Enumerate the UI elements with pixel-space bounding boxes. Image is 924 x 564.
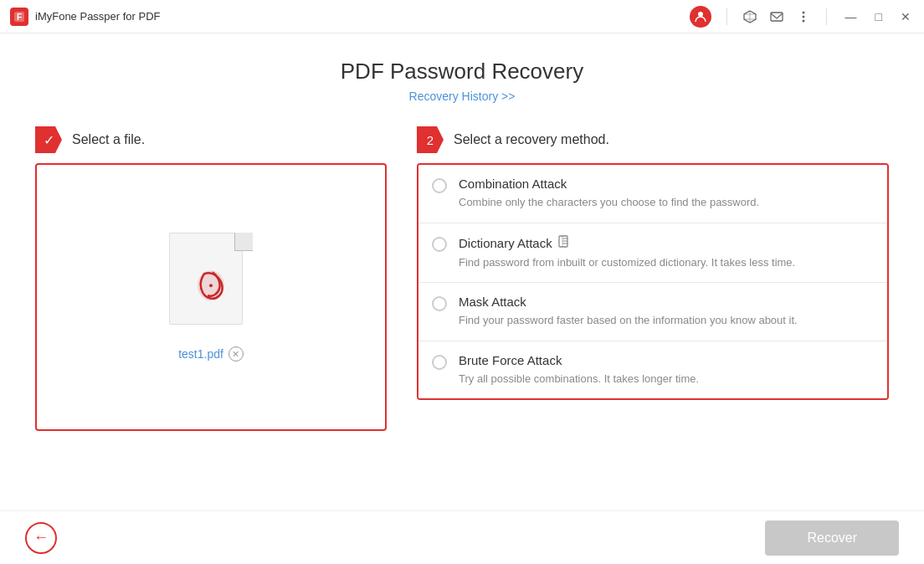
- titlebar-controls: — □ ✕: [690, 6, 914, 28]
- svg-point-8: [209, 284, 213, 287]
- separator2: [826, 8, 827, 25]
- main-content: PDF Password Recovery Recovery History >…: [0, 33, 924, 448]
- svg-point-4: [802, 11, 804, 13]
- method-info-dictionary: Dictionary Attack Find password from inb…: [459, 235, 874, 271]
- titlebar: F iMyFone Passper for PDF: [0, 0, 924, 33]
- method-desc-brute: Try all possible combinations. It takes …: [459, 371, 874, 387]
- right-column: 2 Select a recovery method. Combination …: [417, 126, 889, 431]
- method-desc-combination: Combine only the characters you choose t…: [459, 194, 874, 211]
- method-desc-mask: Find your password faster based on the i…: [459, 312, 874, 329]
- method-option-combination[interactable]: Combination Attack Combine only the char…: [418, 165, 887, 223]
- method-options-container: Combination Attack Combine only the char…: [417, 163, 889, 400]
- method-option-dictionary[interactable]: Dictionary Attack Find password from inb…: [418, 223, 887, 284]
- bottom-bar: ← Recover: [0, 510, 924, 564]
- file-corner: [234, 233, 253, 251]
- svg-point-5: [802, 15, 804, 18]
- method-info-brute: Brute Force Attack Try all possible comb…: [459, 353, 874, 387]
- dictionary-doc-icon: [557, 235, 571, 251]
- radio-combination[interactable]: [432, 178, 447, 193]
- mail-icon[interactable]: [769, 9, 784, 24]
- step2-header: 2 Select a recovery method.: [417, 126, 889, 153]
- maximize-button[interactable]: □: [872, 8, 886, 25]
- file-drop-zone[interactable]: test1.pdf ✕: [35, 163, 387, 431]
- file-name: test1.pdf: [178, 347, 223, 361]
- menu-icon[interactable]: [796, 9, 811, 24]
- user-avatar-icon[interactable]: [690, 6, 711, 28]
- left-column: ✓ Select a file.: [35, 126, 387, 431]
- step1-badge: ✓: [35, 126, 62, 153]
- step1-label: Select a file.: [72, 132, 145, 147]
- app-title: iMyFone Passper for PDF: [35, 10, 161, 23]
- pdf-file-icon: [169, 233, 253, 333]
- minimize-button[interactable]: —: [842, 8, 860, 25]
- cube-icon[interactable]: [742, 9, 757, 24]
- radio-brute[interactable]: [432, 355, 447, 370]
- method-info-mask: Mask Attack Find your password faster ba…: [459, 295, 874, 329]
- svg-text:F: F: [17, 13, 22, 22]
- radio-mask[interactable]: [432, 296, 447, 311]
- method-info-combination: Combination Attack Combine only the char…: [459, 177, 874, 211]
- titlebar-left: F iMyFone Passper for PDF: [10, 8, 161, 26]
- file-name-row: test1.pdf ✕: [178, 346, 244, 361]
- app-logo: F: [10, 8, 28, 26]
- method-name-combination: Combination Attack: [459, 177, 874, 191]
- step2-badge: 2: [417, 126, 444, 153]
- back-icon: ←: [33, 529, 49, 546]
- method-option-mask[interactable]: Mask Attack Find your password faster ba…: [418, 283, 887, 341]
- close-button[interactable]: ✕: [897, 8, 914, 25]
- method-name-brute: Brute Force Attack: [459, 353, 874, 367]
- back-button[interactable]: ←: [25, 522, 57, 554]
- method-name-dictionary: Dictionary Attack: [459, 235, 874, 251]
- svg-rect-3: [771, 13, 783, 21]
- radio-dictionary[interactable]: [432, 237, 447, 252]
- acrobat-symbol: [190, 262, 232, 308]
- method-desc-dictionary: Find password from inbuilt or customized…: [459, 254, 874, 271]
- page-title: PDF Password Recovery: [341, 59, 583, 85]
- svg-point-2: [698, 12, 703, 17]
- content-row: ✓ Select a file.: [35, 126, 889, 431]
- recovery-history-link[interactable]: Recovery History >>: [409, 90, 516, 103]
- recover-button[interactable]: Recover: [765, 520, 899, 556]
- step2-label: Select a recovery method.: [454, 132, 609, 147]
- method-name-mask: Mask Attack: [459, 295, 874, 309]
- svg-point-6: [802, 19, 804, 22]
- remove-file-button[interactable]: ✕: [228, 346, 244, 361]
- separator: [726, 8, 727, 25]
- method-option-brute[interactable]: Brute Force Attack Try all possible comb…: [418, 341, 887, 399]
- step1-header: ✓ Select a file.: [35, 126, 387, 153]
